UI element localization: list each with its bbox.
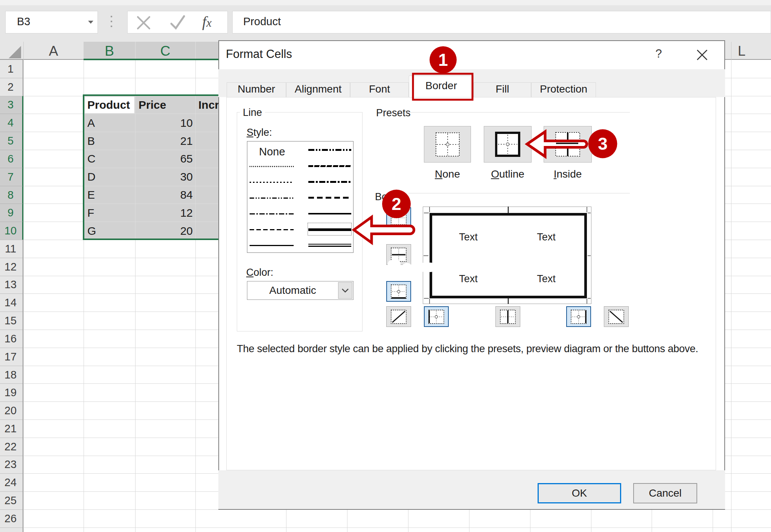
svg-text:3: 3: [598, 134, 608, 154]
svg-text:2: 2: [392, 194, 401, 214]
svg-text:1: 1: [438, 50, 448, 70]
